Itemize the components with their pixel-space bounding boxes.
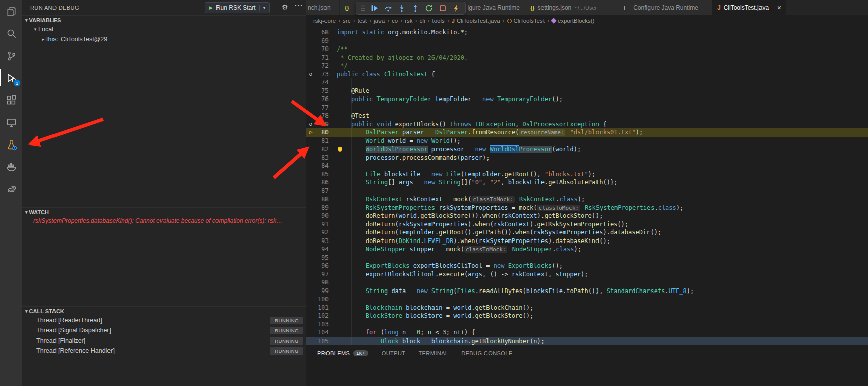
code-line-101: 101 Blockchain blockchain = world.getBlo…	[306, 304, 868, 312]
variable-row-this[interactable]: ▸this:CliToolsTest@29	[22, 34, 306, 44]
breakpoint-gutter[interactable]	[306, 187, 315, 196]
docker-icon[interactable]	[0, 156, 22, 178]
panel-tab-debug-console[interactable]: DEBUG CONSOLE	[461, 345, 512, 361]
debug-current-line-arrow[interactable]: ▷	[306, 128, 315, 137]
close-icon[interactable]: ×	[777, 4, 781, 11]
breakpoint-gutter[interactable]	[306, 337, 315, 345]
call-stack-section-header[interactable]: ▾ CALL STACK	[22, 306, 306, 315]
breakpoint-gutter[interactable]	[306, 204, 315, 212]
breadcrumb-item-java[interactable]: java	[374, 18, 385, 24]
search-icon[interactable]	[0, 22, 22, 44]
line-text: String data = new String(Files.readAllBy…	[337, 287, 694, 296]
stack-frame-indicator[interactable]: ↺	[306, 70, 315, 79]
source-control-icon[interactable]	[0, 44, 22, 67]
breakpoint-gutter[interactable]	[306, 87, 315, 95]
continue-button[interactable]	[370, 4, 379, 13]
lightbulb-icon[interactable]	[338, 147, 342, 151]
thread-row[interactable]: Thread [Signal Dispatcher]RUNNING	[22, 325, 306, 335]
breakpoint-gutter[interactable]	[306, 212, 315, 220]
breakpoint-gutter[interactable]	[306, 170, 315, 179]
line-text: doReturn(tempFolder.getRoot().getPath())…	[337, 228, 661, 237]
dropdown-divider: |	[259, 4, 260, 11]
line-number: 88	[315, 195, 329, 204]
stack-frame-indicator[interactable]: ↺	[306, 120, 315, 129]
watch-section-header[interactable]: ▾ WATCH	[22, 207, 306, 216]
drag-grip-icon[interactable]	[361, 4, 365, 12]
code-editor[interactable]: 68import static org.mockito.Mockito.*;69…	[306, 26, 868, 345]
breakpoint-gutter[interactable]	[306, 254, 315, 262]
breakpoint-gutter[interactable]	[306, 228, 315, 237]
breadcrumb-item-test[interactable]: test	[357, 18, 367, 24]
remote-explorer-icon[interactable]	[0, 111, 22, 133]
breakpoint-gutter[interactable]	[306, 220, 315, 229]
breadcrumb-item-exportblocks-[interactable]: exportBlocks()	[552, 18, 595, 24]
stop-button[interactable]	[438, 4, 447, 13]
breakpoint-gutter[interactable]	[306, 295, 315, 304]
breakpoint-gutter[interactable]	[306, 154, 315, 162]
breakpoint-gutter[interactable]	[306, 328, 315, 337]
more-actions-icon[interactable]: ···	[295, 2, 303, 10]
breakpoint-gutter[interactable]	[306, 45, 315, 54]
hot-code-replace-button[interactable]	[452, 4, 461, 13]
breakpoint-gutter[interactable]	[306, 245, 315, 254]
panel-tab-output[interactable]: OUTPUT	[382, 345, 406, 361]
step-into-button[interactable]	[397, 4, 406, 13]
breakpoint-gutter[interactable]	[306, 62, 315, 70]
breakpoint-gutter[interactable]	[306, 137, 315, 146]
breakpoint-gutter[interactable]	[306, 37, 315, 45]
breakpoint-gutter[interactable]	[306, 278, 315, 287]
explorer-icon[interactable]	[0, 0, 22, 22]
breakpoint-gutter[interactable]	[306, 178, 315, 187]
breadcrumb-label: test	[357, 18, 367, 24]
breadcrumb-item-clitoolstest-java[interactable]: CliToolsTest.java	[452, 18, 500, 24]
breadcrumb-item-rsk[interactable]: rsk	[405, 18, 412, 24]
step-over-button[interactable]	[384, 4, 393, 13]
panel-tab-terminal[interactable]: TERMINAL	[418, 345, 448, 361]
step-out-button[interactable]	[411, 4, 420, 13]
breakpoint-gutter[interactable]	[306, 78, 315, 87]
run-and-debug-icon[interactable]: 1	[0, 67, 22, 89]
breadcrumb-item-rskj-core[interactable]: rskj-core	[313, 18, 336, 24]
variables-scope-local[interactable]: ▾ Local	[22, 24, 306, 34]
testing-flask-icon[interactable]	[0, 133, 22, 156]
breadcrumb-item-cli[interactable]: cli	[420, 18, 425, 24]
code-line-75: 75 @Rule	[306, 87, 868, 95]
breakpoint-gutter[interactable]	[306, 95, 315, 104]
breakpoint-gutter[interactable]	[306, 262, 315, 270]
thread-row[interactable]: Thread [Reference Handler]RUNNING	[22, 346, 306, 356]
extensions-icon[interactable]	[0, 89, 22, 111]
breadcrumb-item-src[interactable]: src	[343, 18, 350, 24]
code-line-87: 87	[306, 187, 868, 196]
breadcrumb-item-tools[interactable]: tools	[432, 18, 444, 24]
gradle-icon[interactable]	[0, 178, 22, 200]
breakpoint-gutter[interactable]	[306, 145, 315, 154]
breakpoint-gutter[interactable]	[306, 104, 315, 112]
thread-row[interactable]: Thread [Finalizer]RUNNING	[22, 335, 306, 346]
breakpoint-gutter[interactable]	[306, 54, 315, 62]
breadcrumb-item-clitoolstest[interactable]: CliToolsTest	[507, 18, 545, 24]
settings-gear-icon[interactable]: ⚙	[282, 3, 288, 11]
tab-configure-java-runtime[interactable]: Configure Java Runtime	[611, 0, 712, 15]
breakpoint-gutter[interactable]	[306, 270, 315, 279]
run-config-dropdown[interactable]: ▶ Run RSK Start | ▾	[205, 2, 270, 13]
tab-clitoolstest-java[interactable]: CliToolsTest.java×	[712, 0, 787, 15]
line-number: 86	[315, 178, 329, 187]
breadcrumb-item-co[interactable]: co	[392, 18, 398, 24]
tab-settings-json[interactable]: settings.json~/.../User	[525, 0, 611, 15]
breakpoint-gutter[interactable]	[306, 162, 315, 170]
breakpoint-gutter[interactable]	[306, 320, 315, 329]
restart-button[interactable]	[424, 4, 433, 13]
breakpoint-gutter[interactable]	[306, 28, 315, 37]
variables-section-header[interactable]: ▾ VARIABLES	[22, 15, 306, 24]
tab-nch-json[interactable]: nch.json	[306, 0, 340, 15]
watch-expression[interactable]: rskSystemProperties.databaseKind(): Cann…	[22, 216, 306, 225]
breakpoint-gutter[interactable]	[306, 237, 315, 246]
breakpoint-gutter[interactable]	[306, 287, 315, 296]
breakpoint-gutter[interactable]	[306, 112, 315, 120]
breakpoint-gutter[interactable]	[306, 195, 315, 204]
breakpoint-gutter[interactable]	[306, 312, 315, 320]
thread-row[interactable]: Thread [ReaderThread]RUNNING	[22, 315, 306, 325]
chevron-down-icon[interactable]: ▾	[263, 5, 266, 10]
breakpoint-gutter[interactable]	[306, 304, 315, 312]
panel-tab-problems[interactable]: PROBLEMS1K+	[317, 345, 368, 361]
